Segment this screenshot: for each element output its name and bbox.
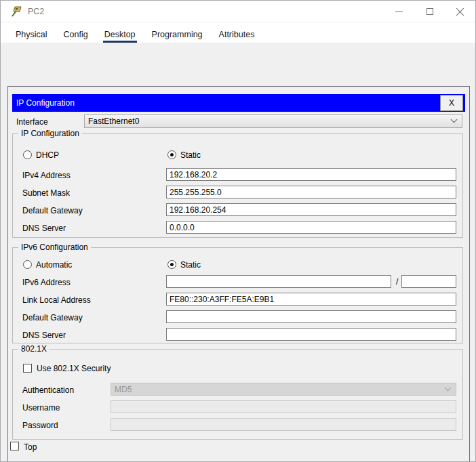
close-icon [456,7,464,16]
dot1x-group-legend: 802.1X [18,344,49,354]
top-checkbox-label[interactable]: Top [24,442,37,452]
ipv6-address-input[interactable] [166,275,391,288]
ip-group-legend: IP Configuration [18,129,82,138]
dialog-header: IP Configuration X [12,94,465,112]
ip-configuration-group: IP Configuration DHCP Static IPv4 Addres… [12,133,463,238]
ipv6-default-gateway-label: Default Gateway [22,313,83,322]
ipv6-prefix-separator: / [396,277,398,287]
minimize-icon [395,12,403,12]
packet-tracer-device-icon [11,5,23,18]
authentication-dropdown: MD5 [111,383,456,396]
dot1x-group: 802.1X Use 802.1X Security Authenticatio… [12,349,463,440]
authentication-label: Authentication [22,385,74,395]
close-button[interactable] [445,1,475,22]
use-8021x-security-label[interactable]: Use 802.1X Security [37,364,111,373]
use-8021x-security-checkbox[interactable] [23,364,32,373]
ipv4-static-radio-label[interactable]: Static [180,150,201,160]
link-local-address-input[interactable] [166,293,456,306]
username-input [111,400,456,413]
ipv6-configuration-group: IPv6 Configuration Automatic Static IPv6… [12,247,463,343]
ip-configuration-dialog: IP Configuration X Interface FastEtherne… [7,86,470,462]
ipv4-default-gateway-label: Default Gateway [22,206,83,215]
interface-dropdown[interactable]: FastEthernet0 [84,114,462,128]
password-input [111,418,456,431]
top-checkbox[interactable] [10,442,19,450]
ipv6-prefix-input[interactable] [401,275,456,288]
ipv4-default-gateway-input[interactable] [166,203,456,216]
tab-programming[interactable]: Programming [151,22,204,43]
tab-attributes[interactable]: Attributes [218,22,256,43]
ipv6-dns-server-input[interactable] [166,328,456,341]
desktop-content-area: IP Configuration X Interface FastEtherne… [1,43,475,461]
ipv6-group-legend: IPv6 Configuration [18,243,91,252]
interface-dropdown-value: FastEthernet0 [88,117,139,126]
chevron-down-icon [445,384,452,391]
dialog-title: IP Configuration [12,98,75,108]
dialog-close-button[interactable]: X [440,95,463,111]
ipv4-dns-server-label: DNS Server [22,224,66,233]
ipv6-default-gateway-input[interactable] [166,310,456,323]
tab-physical[interactable]: Physical [14,22,49,43]
ipv6-dns-server-label: DNS Server [22,331,66,340]
ipv6-automatic-radio[interactable] [23,260,32,269]
tab-bar: Physical Config Desktop Programming Attr… [1,22,475,43]
maximize-icon [427,8,433,15]
ipv6-address-label: IPv6 Address [22,278,71,287]
minimize-button[interactable] [384,1,414,22]
ipv4-address-label: IPv4 Address [22,171,71,180]
dhcp-radio-label[interactable]: DHCP [36,150,59,160]
window-title: PC2 [28,7,44,16]
pc2-window: PC2 Physical Config Desktop Programming … [0,0,476,462]
chevron-down-icon [451,117,458,123]
maximize-button[interactable] [414,1,445,22]
ipv6-automatic-radio-label[interactable]: Automatic [36,260,72,270]
tab-desktop[interactable]: Desktop [103,22,137,43]
ipv4-dns-server-input[interactable] [166,221,456,234]
subnet-mask-label: Subnet Mask [22,188,70,198]
title-bar: PC2 [1,1,475,22]
tab-config[interactable]: Config [62,22,90,43]
interface-label: Interface [16,117,48,127]
ipv4-static-radio[interactable] [167,150,176,159]
ipv6-static-radio[interactable] [167,260,176,269]
username-label: Username [22,403,60,413]
window-controls [384,1,475,22]
link-local-address-label: Link Local Address [22,295,91,305]
ipv6-static-radio-label[interactable]: Static [180,260,201,270]
subnet-mask-input[interactable] [166,186,456,198]
dhcp-radio[interactable] [23,150,32,159]
authentication-dropdown-value: MD5 [115,385,132,394]
password-label: Password [22,421,58,430]
ipv4-address-input[interactable] [166,168,456,181]
